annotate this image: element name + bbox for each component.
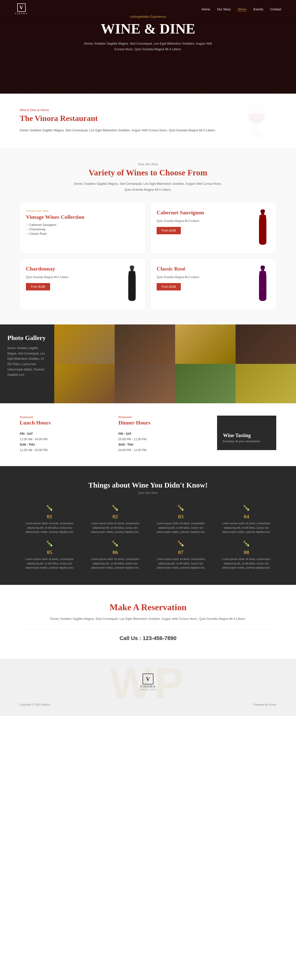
footer-copyright: Copyright © 2021 Winery (20, 703, 50, 706)
wines-grid: Choose Your Spirit Vintage Wines Collect… (20, 202, 276, 310)
fact-item-2: 🍾 02 Lorem ipsum dolor sit amet, consect… (85, 504, 145, 535)
lunch-day-2: SUN - THU (20, 443, 35, 446)
fact-num-5: 05 (20, 549, 79, 555)
reservation-title: Make A Reservation (20, 602, 276, 612)
dinner-time-2: 04:00 PM - 11:00 PM (118, 449, 207, 452)
wine-tasting-desc: Everyday, At your convenience (223, 440, 270, 443)
dinner-time-value-2: 04:00 PM - 11:00 PM (118, 449, 146, 452)
cabernet-bottle: V (255, 209, 270, 247)
nav-links: Home Our Story Wines Events Contact (202, 7, 281, 11)
fact-num-8: 08 (217, 549, 276, 555)
lunch-day-1: FRI - SAT (20, 432, 33, 436)
dinner-row-2: SUN - THU (118, 443, 207, 446)
fact-num-6: 06 (85, 549, 145, 555)
reservation-phone[interactable]: Call Us : 123-456-7890 (20, 629, 276, 641)
about-text: Wine & Dine at Vinora The Vinora Restaur… (20, 108, 276, 133)
fact-item-8: 🍾 08 Lorem ipsum dolor sit amet, consect… (217, 540, 276, 570)
wine-tasting-card: Wine Tasting Everyday, At your convenien… (217, 415, 276, 450)
main-nav: V VINORA Home Our Story Wines Events Con… (0, 0, 296, 18)
wine-bottle-icon-8: 🍾 (217, 540, 276, 547)
wine-card-left-rose: Classic Rosé Quis Gravida Magna Mi A Lib… (157, 266, 255, 290)
fact-num-7: 07 (151, 549, 211, 555)
wine-card-rose: Classic Rosé Quis Gravida Magna Mi A Lib… (150, 258, 276, 310)
wines-header: Dine with Wine Variety of Wines to Choos… (20, 162, 276, 192)
svg-rect-4 (130, 266, 134, 269)
svg-text:V: V (262, 287, 264, 289)
lunch-tag: Restaurant (20, 415, 109, 418)
footer-logo-v: V (142, 673, 154, 684)
wine-bottle-icon-5: 🍾 (20, 540, 79, 547)
dinner-day-1: FRI - SAT (118, 432, 131, 436)
wines-title: Variety of Wines to Choose From (20, 168, 276, 177)
svg-rect-7 (261, 266, 265, 269)
fact-item-3: 🍾 03 Lorem ipsum dolor sit amet, consect… (151, 504, 211, 535)
fact-desc-1: Lorem ipsum dolor sit amet, consectetur … (20, 521, 79, 535)
facts-section: Things about Wine You Didn't Know! Dine … (0, 466, 296, 585)
dinner-time-1: 05:00 PM - 11:00 PM (118, 438, 207, 441)
logo-name: VINORA (15, 12, 28, 15)
lunch-time-value-2: 11:00 AM - 03:00 PM (20, 449, 48, 452)
wine-card-vintage: Choose Your Spirit Vintage Wines Collect… (20, 202, 146, 253)
wine-card-left-chardonnay: Chardonnay Quis Gravida Magna Mi A Liber… (26, 266, 125, 290)
fact-desc-8: Lorem ipsum dolor sit amet, consectetur … (217, 557, 276, 570)
wine-card-chardonnay: Chardonnay Quis Gravida Magna Mi A Liber… (20, 258, 146, 310)
wine-card-title-vintage: Vintage Wines Collection (26, 214, 139, 220)
fact-item-7: 🍾 07 Lorem ipsum dolor sit amet, consect… (151, 540, 211, 570)
lunch-row-2: SUN - THU (20, 443, 109, 446)
fact-item-1: 🍾 01 Lorem ipsum dolor sit amet, consect… (20, 504, 79, 535)
wine-card-left-cabernet: Cabernet Sauvignon Quis Gravida Magna Mi… (157, 209, 255, 234)
facts-grid: 🍾 01 Lorem ipsum dolor sit amet, consect… (20, 504, 276, 570)
dinner-day-2: SUN - THU (118, 443, 133, 446)
wine-bottle-icon-1: 🍾 (20, 504, 79, 511)
wine-bottle-icon-2: 🍾 (85, 504, 145, 511)
dinner-tag: Restaurant (118, 415, 207, 418)
fact-desc-2: Lorem ipsum dolor sit amet, consectetur … (85, 521, 145, 535)
chardonnay-price-button[interactable]: From $199 (26, 283, 50, 290)
facts-tag: Dine with Wine (20, 491, 276, 495)
wine-tasting-title: Wine Tasting (223, 433, 270, 438)
dinner-title: Dinner Hours (118, 420, 207, 429)
fact-num-2: 02 (85, 514, 145, 520)
fact-desc-6: Lorem ipsum dolor sit amet, consectetur … (85, 557, 145, 570)
lunch-time-1: 11:00 AM - 04:00 PM (20, 438, 109, 441)
list-item: Chardonnay (26, 228, 139, 231)
gallery-item-3 (175, 325, 235, 364)
nav-events[interactable]: Events (253, 7, 263, 11)
wine-card-desc-chardonnay: Quis Gravida Magna Mi A Libero (26, 275, 125, 280)
nav-home[interactable]: Home (202, 7, 210, 11)
footer-logo: V VINORA SINCE 1921 (20, 673, 276, 691)
list-item: Classic Rosé (26, 232, 139, 235)
fact-desc-7: Lorem ipsum dolor sit amet, consectetur … (151, 557, 211, 570)
cabernet-price-button[interactable]: From $199 (157, 227, 181, 234)
about-desc: Donec Sodales Sagittis Magna. Sed Conseq… (20, 127, 276, 133)
wine-card-desc-rose: Quis Gravida Magna Mi A Libero (157, 275, 255, 280)
wine-card-list-vintage: Cabernet Sauvignon Chardonnay Classic Ro… (26, 223, 139, 235)
about-section: Wine & Dine at Vinora The Vinora Restaur… (0, 94, 296, 148)
gallery-item-7 (175, 364, 235, 403)
hero-title: WINE & DINE (0, 21, 296, 37)
gallery-item-5 (54, 364, 115, 403)
nav-wines[interactable]: Wines (238, 7, 246, 11)
dinner-hours: Restaurant Dinner Hours FRI - SAT 05:00 … (118, 415, 207, 454)
dinner-row-1: FRI - SAT (118, 432, 207, 436)
nav-contact[interactable]: Contact (270, 7, 281, 11)
footer-since: SINCE 1921 (139, 688, 157, 691)
wine-card-desc-cabernet: Quis Gravida Magna Mi A Libero (157, 219, 255, 223)
fact-num-1: 01 (20, 514, 79, 520)
gallery-grid (54, 325, 296, 403)
wines-desc: Donec Sodales Sagittis Magna. Sed Conseq… (20, 181, 276, 192)
rose-price-button[interactable]: From $199 (157, 283, 181, 290)
nav-our-story[interactable]: Our Story (217, 7, 231, 11)
footer-bottom: Copyright © 2021 Winery Powered by Vinor… (20, 703, 276, 706)
logo[interactable]: V VINORA (15, 3, 28, 15)
rose-bottle: V (255, 266, 270, 302)
lunch-title: Lunch Hours (20, 420, 109, 429)
fact-desc-4: Lorem ipsum dolor sit amet, consectetur … (217, 521, 276, 535)
fact-item-5: 🍾 05 Lorem ipsum dolor sit amet, consect… (20, 540, 79, 570)
fact-desc-3: Lorem ipsum dolor sit amet, consectetur … (151, 521, 211, 535)
wine-card-title-cabernet: Cabernet Sauvignon (157, 209, 255, 216)
lunch-time-2: 11:00 AM - 03:00 PM (20, 449, 109, 452)
gallery-item-6 (115, 364, 175, 403)
about-title: The Vinora Restaurant (20, 114, 276, 123)
lunch-time-value-1: 11:00 AM - 04:00 PM (20, 438, 48, 441)
